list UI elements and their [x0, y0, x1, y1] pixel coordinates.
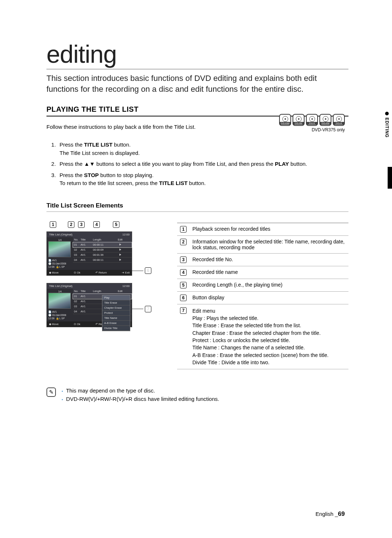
side-dot-icon: [385, 112, 389, 115]
shot-clock: 12:00: [122, 284, 130, 288]
ref-number: 7: [180, 307, 187, 314]
ref-text: Recorded title name: [189, 266, 348, 279]
play-icon: [119, 254, 121, 256]
disc-label: DVD+R: [334, 122, 344, 125]
step-item: Press the ▲▼ buttons to select a title y…: [57, 160, 348, 168]
disc-icon: DVD+RW: [319, 114, 331, 126]
side-tab-label: EDITING: [384, 118, 389, 138]
play-icon: [119, 243, 121, 246]
ref-text: Recording Length (i.e., the playing time…: [189, 279, 348, 291]
ref-text: Button display: [189, 291, 348, 304]
menu-item: A-B Erase: [102, 321, 130, 326]
ref-number: 4: [180, 269, 187, 276]
side-thumb-index: [388, 167, 392, 189]
disc-icon: DVD-RW: [293, 114, 305, 126]
ref-number: 6: [180, 295, 187, 301]
playback-thumbnail: [48, 293, 71, 309]
steps-list: Press the TITLE LIST button. The Title L…: [57, 141, 348, 188]
play-icon: [119, 249, 121, 251]
callout-number: 6: [145, 267, 151, 274]
menu-item: Divide Title: [102, 326, 130, 331]
ref-number: 1: [180, 226, 187, 233]
note-icon: ✎: [46, 387, 56, 397]
shot-clock: 12:00: [122, 233, 130, 236]
title-table: No. Title Length Edit 01AV100:00:11 02AV…: [73, 237, 132, 270]
disc-label: DVD-RW: [293, 122, 304, 125]
ref-text: Edit menu Play : Plays the selected titl…: [189, 304, 348, 369]
note-item: DVD-RW(V)/+RW/-R(V)/+R discs have limite…: [62, 396, 219, 402]
callout-number: 1: [50, 221, 56, 228]
leader-line: [132, 309, 143, 309]
intro-text: This section introduces basic functions …: [46, 73, 348, 94]
step-item: Press the STOP button to stop playing. T…: [57, 171, 348, 188]
disc-label: DVD-RAM: [280, 122, 290, 125]
step-item: Press the TITLE LIST button. The Title L…: [57, 141, 348, 157]
leader-line: [132, 271, 143, 271]
callout-number: 4: [93, 221, 100, 228]
playback-thumbnail: [48, 241, 71, 257]
menu-item: Protect: [102, 311, 130, 316]
button-bar: ◆ Move ⊙ Ok ↶ Return ⇥ Exit: [47, 270, 132, 275]
callout-number: 5: [113, 221, 119, 228]
notes-block: ✎ This may depend on the type of disc. D…: [46, 387, 348, 404]
disc-note: DVD-VR375 only: [279, 127, 345, 132]
page-footer: English _69: [315, 510, 345, 518]
elements-reference-table: 1Playback screen for recorded titles 2In…: [177, 223, 348, 369]
ref-text: Information window for the selected titl…: [189, 235, 348, 253]
menu-item: Play: [102, 295, 130, 300]
callout-number: 3: [78, 221, 85, 228]
ref-number: 5: [180, 282, 187, 288]
note-item: This may depend on the type of disc.: [62, 387, 219, 394]
ref-number: 3: [180, 256, 187, 263]
disc-label: DVD-R: [307, 122, 317, 125]
title-list-menu-screenshot: Title List (Original) 12:00 1/4 📄 AV1 🕐 …: [46, 283, 132, 327]
page-title: editing: [46, 40, 348, 69]
menu-item: Title Erase: [102, 300, 130, 305]
play-icon: [119, 259, 121, 261]
disc-label: DVD+RW: [320, 122, 331, 125]
page-indicator: 1/4: [48, 290, 72, 293]
subheading: Title List Screen Elements: [46, 202, 348, 212]
title-list-screenshot: Title List (Original) 12:00 1/4 📄 AV1 🕐 …: [46, 231, 132, 276]
page-indicator: 1/4: [48, 239, 72, 241]
disc-icon: DVD-RAM: [279, 114, 291, 126]
ref-number: 2: [180, 239, 187, 245]
disc-icon: DVD+R: [333, 114, 345, 126]
selected-info: 📄 AV1 🕐 01/Jan/2008 12:06 🔓L SP: [48, 310, 72, 320]
menu-item: Title Name: [102, 316, 130, 321]
menu-item: Chapter Erase: [102, 305, 130, 311]
shot-title: Title List (Original): [49, 284, 73, 288]
callout-number: 2: [68, 221, 74, 228]
selected-info: 📄 AV1 🕐 01/Jan/2008 12:06 🔓L SP: [48, 259, 72, 268]
callout-bar: 1 2 3 4 5: [48, 223, 155, 231]
callout-number: 7: [145, 306, 151, 312]
disc-icon: DVD-R: [306, 114, 318, 126]
disc-compat-row: DVD-RAM DVD-RW DVD-R DVD+RW DVD+R DVD-VR…: [279, 114, 345, 132]
shot-title: Title List (Original): [49, 233, 73, 236]
edit-menu-popup: Play Title Erase Chapter Erase Protect T…: [102, 295, 130, 331]
ref-text: Recorded title No.: [189, 253, 348, 266]
ref-text: Playback screen for recorded titles: [189, 223, 348, 235]
